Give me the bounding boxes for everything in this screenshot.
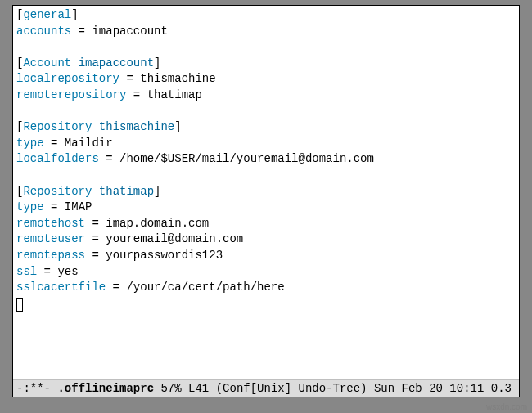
config-value: imap.domain.com: [106, 217, 209, 230]
section-header: [Repository thatimap]: [16, 184, 516, 200]
config-entry: localfolders = /home/$USER/mail/youremai…: [16, 151, 516, 168]
modeline-prefix: -:**-: [16, 382, 51, 395]
config-key: localrepository: [16, 72, 119, 85]
modeline-filename: .offlineimaprc: [57, 382, 154, 395]
modeline-position: 57% L41: [160, 382, 209, 395]
config-entry: localrepository = thismachine: [16, 71, 516, 88]
config-key: accounts: [16, 25, 71, 38]
config-key: remoterepository: [16, 88, 126, 101]
config-value: Maildir: [65, 137, 113, 150]
config-value: thismachine: [140, 72, 215, 85]
config-entry: remotepass = yourpasswordis123: [16, 248, 516, 264]
config-entry: type = IMAP: [16, 200, 516, 216]
config-key: sslcacertfile: [16, 281, 106, 294]
config-key: type: [16, 200, 44, 213]
section-header: [Repository thismachine]: [16, 119, 516, 136]
config-value: /your/ca/cert/path/here: [126, 281, 284, 294]
config-entry: type = Maildir: [16, 136, 516, 152]
modeline-mode: (Conf[Unix] Undo-Tree): [216, 382, 367, 395]
config-value: imapaccount: [92, 25, 167, 38]
modeline-datetime: Sun Feb 20 10:11 0.3: [374, 382, 512, 395]
config-key: type: [16, 137, 44, 150]
config-entry: ssl = yes: [16, 264, 516, 281]
editor-frame: [general]accounts = imapaccount [Account…: [12, 5, 520, 397]
config-value: /home/$USER/mail/youremail@domain.com: [119, 152, 374, 165]
config-entry: accounts = imapaccount: [16, 24, 516, 40]
config-value: IMAP: [65, 200, 92, 213]
config-entry: remotehost = imap.domain.com: [16, 216, 516, 232]
config-entry: sslcacertfile = /your/ca/cert/path/here: [16, 280, 516, 296]
config-key: ssl: [16, 265, 37, 278]
config-key: localfolders: [16, 152, 99, 165]
config-value: yes: [57, 265, 78, 278]
text-cursor: [16, 298, 23, 312]
section-header: [Account imapaccount]: [16, 56, 516, 72]
config-key: remoteuser: [16, 232, 85, 245]
config-key: remotepass: [16, 249, 85, 262]
text-buffer[interactable]: [general]accounts = imapaccount [Account…: [13, 6, 519, 379]
config-entry: remoteuser = youremail@domain.com: [16, 231, 516, 248]
config-entry: remoterepository = thatimap: [16, 88, 516, 104]
config-value: thatimap: [147, 88, 202, 101]
mode-line: -:**- .offlineimaprc 57% L41 (Conf[Unix]…: [13, 379, 519, 397]
config-value: youremail@domain.com: [106, 232, 243, 245]
config-value: yourpasswordis123: [106, 249, 223, 262]
config-key: remotehost: [16, 217, 85, 230]
section-header: [general]: [16, 7, 516, 24]
